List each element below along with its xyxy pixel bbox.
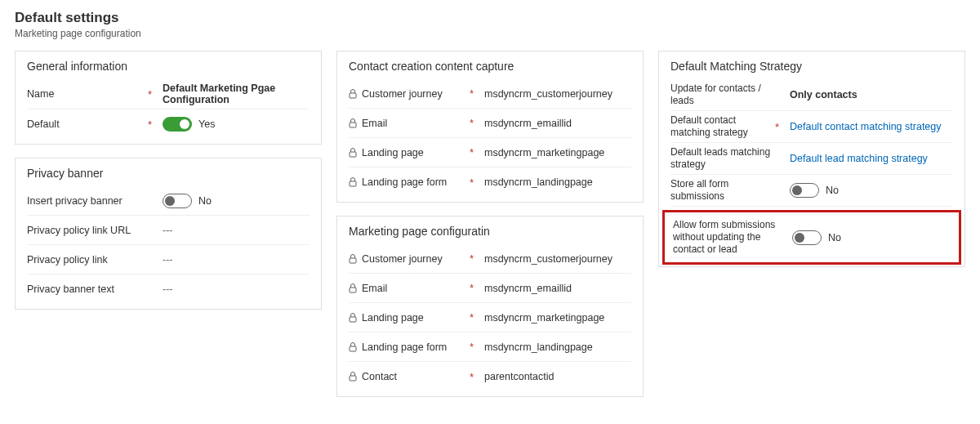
locked-field-row: Contact*parentcontactid (349, 362, 631, 391)
field-label: Contact (349, 371, 470, 382)
allow-form-toggle[interactable] (792, 230, 822, 245)
default-contact-strategy-link[interactable]: Default contact matching strategy (790, 121, 953, 132)
insert-privacy-toggle[interactable] (163, 194, 192, 208)
contact-capture-card: Contact creation content capture Custome… (336, 51, 644, 203)
lock-icon (349, 313, 357, 323)
field-value[interactable]: msdyncrm_emaillid (484, 283, 631, 294)
marketing-page-config-title: Marketing page configuratin (349, 225, 631, 238)
contact-capture-title: Contact creation content capture (349, 60, 631, 73)
page-subtitle: Marketing page configuration (15, 28, 965, 39)
store-all-row: Store all form submissions No (670, 175, 953, 207)
update-for-value[interactable]: Only contacts (790, 89, 953, 100)
svg-rect-7 (350, 346, 356, 351)
allow-form-toggle-text: No (828, 232, 841, 243)
field-value[interactable]: msdyncrm_customerjourney (484, 88, 631, 100)
svg-rect-0 (350, 93, 356, 98)
default-lead-strategy-label: Default leads matching strategy (670, 146, 775, 171)
update-for-row: Update for contacts / leads Only contact… (670, 79, 953, 111)
locked-field-row: Landing page*msdyncrm_marketingpage (349, 138, 631, 167)
general-information-title: General information (27, 60, 310, 73)
svg-rect-2 (350, 152, 356, 157)
allow-form-row: Allow form submissions without updating … (673, 216, 951, 259)
field-label: Email (349, 283, 470, 294)
store-all-toggle[interactable] (790, 183, 819, 198)
locked-field-row: Email*msdyncrm_emaillid (349, 109, 631, 138)
field-value[interactable]: msdyncrm_emaillid (484, 118, 631, 129)
name-row: Name * Default Marketing Pgae Configurat… (27, 79, 310, 109)
privacy-url-value[interactable]: --- (163, 225, 310, 236)
privacy-url-row: Privacy policy link URL --- (27, 216, 310, 245)
default-lead-strategy-row: Default leads matching strategy Default … (670, 143, 953, 175)
svg-rect-6 (350, 317, 356, 322)
default-row: Default * Yes (27, 109, 310, 139)
lock-icon (349, 118, 357, 128)
page-title: Default settings (15, 10, 965, 26)
insert-privacy-toggle-text: No (198, 195, 212, 207)
svg-rect-1 (350, 123, 356, 127)
required-indicator: * (148, 88, 163, 100)
update-for-label: Update for contacts / leads (670, 83, 775, 107)
default-toggle[interactable] (163, 117, 192, 132)
field-label: Landing page (349, 312, 470, 324)
privacy-text-label: Privacy banner text (27, 283, 148, 295)
mpconfig-rows: Customer journey*msdyncrm_customerjourne… (349, 244, 631, 391)
insert-privacy-row: Insert privacy banner No (27, 186, 310, 216)
default-matching-card: Default Matching Strategy Update for con… (658, 51, 965, 267)
svg-rect-4 (350, 258, 356, 263)
field-label: Landing page form (349, 341, 470, 353)
allow-form-label: Allow form submissions without updating … (673, 219, 777, 256)
field-label: Email (349, 118, 470, 129)
store-all-toggle-text: No (826, 185, 839, 196)
locked-field-row: Customer journey*msdyncrm_customerjourne… (349, 79, 631, 109)
privacy-text-row: Privacy banner text --- (27, 274, 310, 304)
field-value[interactable]: msdyncrm_landingpage (484, 341, 631, 353)
allow-form-highlight: Allow form submissions without updating … (662, 210, 961, 265)
default-matching-title: Default Matching Strategy (670, 60, 953, 73)
default-contact-strategy-label: Default contact matching strategy (670, 114, 775, 139)
store-all-label: Store all form submissions (670, 178, 775, 203)
marketing-page-config-card: Marketing page configuratin Customer jou… (336, 216, 644, 397)
privacy-link-row: Privacy policy link --- (27, 245, 310, 274)
privacy-banner-title: Privacy banner (27, 167, 310, 180)
lock-icon (349, 89, 357, 99)
lock-icon (349, 283, 357, 293)
svg-rect-3 (350, 181, 356, 186)
locked-field-row: Landing page form*msdyncrm_landingpage (349, 333, 631, 362)
field-value[interactable]: parentcontactid (484, 371, 631, 382)
insert-privacy-label: Insert privacy banner (27, 195, 148, 207)
field-value[interactable]: msdyncrm_marketingpage (484, 147, 631, 158)
field-value[interactable]: msdyncrm_marketingpage (484, 312, 631, 324)
field-label: Customer journey (349, 253, 470, 265)
locked-field-row: Landing page*msdyncrm_marketingpage (349, 303, 631, 333)
default-label: Default (27, 118, 148, 130)
required-indicator: * (470, 87, 484, 100)
default-toggle-text: Yes (198, 118, 215, 130)
required-indicator: * (470, 341, 484, 353)
lock-icon (349, 148, 357, 158)
locked-field-row: Landing page form*msdyncrm_landingpage (349, 167, 631, 197)
required-indicator: * (148, 118, 163, 131)
privacy-link-label: Privacy policy link (27, 254, 148, 266)
general-information-card: General information Name * Default Marke… (15, 51, 322, 145)
lock-icon (349, 177, 357, 187)
field-label: Customer journey (349, 88, 470, 100)
svg-rect-8 (350, 376, 356, 381)
locked-field-row: Customer journey*msdyncrm_customerjourne… (349, 244, 631, 274)
required-indicator: * (470, 282, 484, 294)
name-label: Name (27, 88, 148, 100)
required-indicator: * (775, 121, 790, 133)
locked-field-row: Email*msdyncrm_emaillid (349, 274, 631, 303)
default-lead-strategy-link[interactable]: Default lead matching strategy (790, 153, 953, 164)
required-indicator: * (470, 252, 484, 265)
required-indicator: * (470, 176, 484, 189)
field-label: Landing page (349, 147, 470, 158)
privacy-text-value[interactable]: --- (163, 283, 310, 295)
lock-icon (349, 372, 357, 382)
name-value[interactable]: Default Marketing Pgae Configuration (163, 83, 310, 105)
privacy-url-label: Privacy policy link URL (27, 225, 148, 236)
field-value[interactable]: msdyncrm_customerjourney (484, 253, 631, 265)
privacy-link-value[interactable]: --- (163, 254, 310, 266)
privacy-banner-card: Privacy banner Insert privacy banner No … (15, 158, 322, 310)
field-label: Landing page form (349, 176, 470, 188)
field-value[interactable]: msdyncrm_landingpage (484, 176, 631, 188)
